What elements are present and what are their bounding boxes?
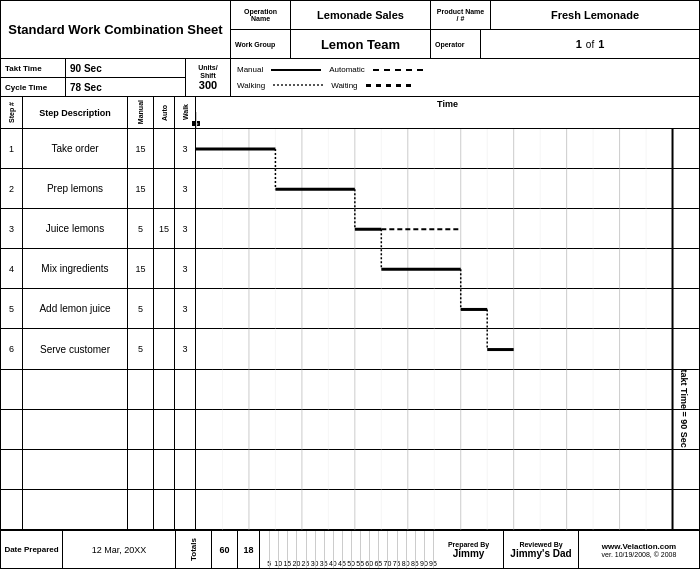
desc-cell: Serve customer — [23, 329, 128, 368]
auto-cell — [154, 450, 175, 489]
data-row: 2Prep lemons153 — [1, 169, 699, 209]
workgroup-label: Work Group — [235, 41, 275, 48]
product-value: Fresh Lemonade — [551, 9, 639, 21]
desc-cell: Add lemon juice — [23, 289, 128, 328]
chart-cell — [196, 169, 699, 208]
date-value: 12 Mar, 20XX — [92, 545, 147, 555]
data-row: 4Mix ingredients153 — [1, 249, 699, 289]
chart-cell — [196, 289, 699, 328]
step-cell — [1, 370, 23, 409]
data-row — [1, 450, 699, 490]
step-cell: 6 — [1, 329, 23, 368]
desc-cell: Juice lemons — [23, 209, 128, 248]
reviewed-by-label: Reviewed By — [519, 541, 562, 548]
desc-cell — [23, 370, 128, 409]
manual-cell: 15 — [128, 169, 154, 208]
step-cell — [1, 450, 23, 489]
chart-cell — [196, 370, 699, 409]
manual-cell: 5 — [128, 209, 154, 248]
reviewed-by-value: Jimmy's Dad — [510, 548, 571, 559]
manual-cell — [128, 490, 154, 529]
date-label: Date Prepared — [4, 545, 58, 554]
step-col-header: Step # — [8, 102, 15, 123]
data-row — [1, 370, 699, 410]
takt-value: 90 Sec — [70, 63, 102, 74]
chart-cell — [196, 329, 699, 368]
walk-cell — [175, 370, 196, 409]
walk-cell — [175, 450, 196, 489]
operator-value: 1 — [576, 38, 582, 50]
manual-cell — [128, 370, 154, 409]
step-cell: 3 — [1, 209, 23, 248]
auto-col-header: Auto — [161, 105, 168, 121]
chart-cell — [196, 209, 699, 248]
walk-cell — [175, 410, 196, 449]
desc-cell — [23, 490, 128, 529]
auto-cell: 15 — [154, 209, 175, 248]
data-row — [1, 490, 699, 530]
header: Standard Work Combination Sheet Operatio… — [1, 1, 699, 59]
data-row — [1, 410, 699, 450]
chart-cell — [196, 490, 699, 529]
manual-cell: 5 — [128, 329, 154, 368]
walk-cell: 3 — [175, 329, 196, 368]
operator-of: of — [586, 39, 594, 50]
data-row: 5Add lemon juice53 — [1, 289, 699, 329]
data-row: 3Juice lemons5153 — [1, 209, 699, 249]
manual-cell — [128, 410, 154, 449]
manual-col-header: Manual — [137, 100, 144, 124]
cycle-value: 78 Sec — [70, 82, 102, 93]
manual-legend-line — [271, 69, 321, 71]
workgroup-value: Lemon Team — [321, 37, 400, 52]
chart-cell — [196, 410, 699, 449]
auto-cell — [154, 370, 175, 409]
takt-label: Takt Time — [5, 64, 42, 73]
walk-cell: 3 — [175, 249, 196, 288]
walk-cell: 3 — [175, 129, 196, 168]
manual-cell: 15 — [128, 249, 154, 288]
walk-cell: 3 — [175, 209, 196, 248]
desc-cell: Prep lemons — [23, 169, 128, 208]
auto-legend-label: Automatic — [329, 65, 365, 74]
manual-cell: 5 — [128, 289, 154, 328]
step-cell: 4 — [1, 249, 23, 288]
walk-legend-line — [273, 84, 323, 86]
chart-cell — [196, 249, 699, 288]
auto-legend-line — [373, 69, 423, 71]
auto-cell — [154, 490, 175, 529]
walk-col-header: Walk — [182, 104, 189, 120]
walk-cell: 3 — [175, 289, 196, 328]
walk-cell — [175, 490, 196, 529]
step-cell — [1, 410, 23, 449]
sheet: Standard Work Combination Sheet Operatio… — [0, 0, 700, 569]
data-row: 6Serve customer53 — [1, 329, 699, 369]
auto-cell — [154, 410, 175, 449]
desc-cell — [23, 410, 128, 449]
chart-cell — [196, 450, 699, 489]
desc-cell: Take order — [23, 129, 128, 168]
operation-value: Lemonade Sales — [317, 9, 404, 21]
step-cell: 2 — [1, 169, 23, 208]
manual-cell — [128, 450, 154, 489]
total-walk: 18 — [243, 545, 253, 555]
data-row: 1Take order153 — [1, 129, 699, 169]
website-url: www.Velaction.com — [602, 542, 676, 551]
auto-cell — [154, 169, 175, 208]
walk-legend-label: Walking — [237, 81, 265, 90]
step-cell: 1 — [1, 129, 23, 168]
auto-cell — [154, 249, 175, 288]
prepared-by-label: Prepared By — [448, 541, 489, 548]
walk-cell: 3 — [175, 169, 196, 208]
units-value: 300 — [199, 79, 217, 91]
manual-legend-label: Manual — [237, 65, 263, 74]
step-cell — [1, 490, 23, 529]
operator-label: Operator — [435, 41, 465, 48]
time-col-header: Time — [437, 99, 458, 109]
version-info: ver. 10/19/2008, © 2008 — [602, 551, 677, 558]
step-cell: 5 — [1, 289, 23, 328]
totals-label: Totals — [189, 538, 198, 561]
total-manual: 60 — [219, 545, 229, 555]
prepared-by-value: Jimmy — [453, 548, 485, 559]
product-label: Product Name / # — [435, 8, 486, 22]
units-label: Units/ Shift — [190, 64, 226, 79]
